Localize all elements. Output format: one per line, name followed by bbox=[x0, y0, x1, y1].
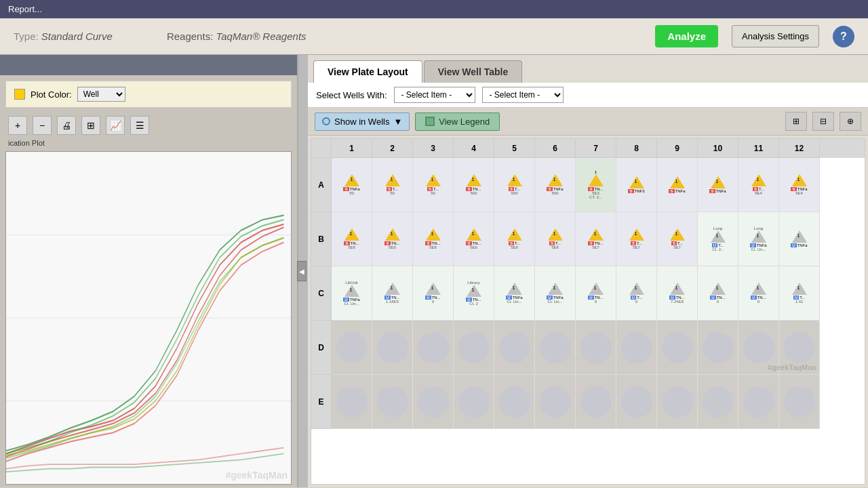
color-toggle[interactable] bbox=[14, 89, 25, 100]
well-c12[interactable]: 1 U T... 1.01 bbox=[779, 266, 820, 321]
grid-deselect-button[interactable]: ⊟ bbox=[812, 112, 834, 131]
analyze-button[interactable]: Analyze bbox=[655, 25, 718, 47]
well-e7[interactable] bbox=[576, 375, 616, 429]
well-d1[interactable] bbox=[332, 321, 372, 375]
well-e6[interactable] bbox=[535, 375, 576, 429]
well-c7[interactable]: 1 U TN... 0 bbox=[576, 266, 616, 321]
well-a1[interactable]: 1 S TNFa 50 bbox=[332, 158, 372, 212]
grid-add-button[interactable]: ⊕ bbox=[840, 112, 861, 131]
well-b10[interactable]: Lung 1 U T... Ct. 2.. bbox=[698, 212, 738, 266]
tab-view-well-table[interactable]: View Well Table bbox=[424, 60, 522, 83]
well-e11[interactable] bbox=[738, 375, 779, 429]
well-d10[interactable] bbox=[698, 321, 738, 375]
well-a4[interactable]: 1 S TN... 500 bbox=[454, 158, 494, 212]
dropdown-arrow: ▼ bbox=[393, 117, 402, 127]
well-d12[interactable]: #geekTaqMan bbox=[779, 321, 820, 375]
well-c1[interactable]: LibUnk 1 U TNFa Ct. Un... bbox=[332, 266, 372, 321]
well-a7[interactable]: 1 S TN... 5E3 CT. 2... bbox=[576, 158, 616, 212]
well-c8[interactable]: 1 U T... 0 bbox=[616, 266, 657, 321]
well-a10[interactable]: 1 S TNFa bbox=[698, 158, 738, 212]
well-b5[interactable]: 1 S T... 5E6 bbox=[494, 212, 535, 266]
well-c9[interactable]: 1 U TN... 7.24E6 bbox=[657, 266, 698, 321]
well-a3[interactable]: 1 S T... 50 bbox=[413, 158, 454, 212]
row-header-b: B bbox=[311, 212, 332, 266]
zoom-out-button[interactable]: − bbox=[33, 116, 52, 135]
well-e2[interactable] bbox=[372, 375, 413, 429]
well-e10[interactable] bbox=[698, 375, 738, 429]
well-d4[interactable] bbox=[454, 321, 494, 375]
show-in-wells-button[interactable]: Show in Wells ▼ bbox=[315, 113, 410, 131]
well-b6[interactable]: 1 S T... 5E6 bbox=[535, 212, 576, 266]
zoom-in-button[interactable]: + bbox=[8, 116, 27, 135]
well-c5[interactable]: 1 U TNFa Ct. Un... bbox=[494, 266, 535, 321]
grid-select-button[interactable]: ⊞ bbox=[785, 112, 807, 131]
well-a5[interactable]: 1 S T... 500 bbox=[494, 158, 535, 212]
chart-toolbar: + − 🖨 ⊞ 📈 ☰ bbox=[0, 113, 297, 138]
list-button[interactable]: ☰ bbox=[130, 116, 149, 135]
tab-view-plate-layout[interactable]: View Plate Layout bbox=[313, 60, 422, 83]
corner-header bbox=[311, 139, 332, 158]
well-e8[interactable] bbox=[616, 375, 657, 429]
well-e3[interactable] bbox=[413, 375, 454, 429]
well-b12[interactable]: 1 U TNFa bbox=[779, 212, 820, 266]
well-c10[interactable]: 1 U TN... 0 bbox=[698, 266, 738, 321]
well-a9[interactable]: 1 S TNFa bbox=[657, 158, 698, 212]
well-c11[interactable]: 1 U TN... 0 bbox=[738, 266, 779, 321]
well-e4[interactable] bbox=[454, 375, 494, 429]
well-a8[interactable]: 1 S TNF3 bbox=[616, 158, 657, 212]
title-bar: Report... bbox=[0, 0, 868, 18]
view-legend-button[interactable]: View Legend bbox=[415, 113, 500, 131]
col-1: 1 bbox=[332, 139, 372, 158]
col-6: 6 bbox=[535, 139, 576, 158]
well-a11[interactable]: 1 S T... 6E4 bbox=[738, 158, 779, 212]
chart-type-button[interactable]: 📈 bbox=[106, 116, 125, 135]
row-header-e: E bbox=[311, 375, 332, 429]
well-e5[interactable] bbox=[494, 375, 535, 429]
type-label: Type: Standard Curve bbox=[14, 30, 113, 42]
select-item-2[interactable]: - Select Item - bbox=[482, 87, 564, 103]
well-d9[interactable] bbox=[657, 321, 698, 375]
well-e9[interactable] bbox=[657, 375, 698, 429]
well-c6[interactable]: 1 U TNFa Ct. Un... bbox=[535, 266, 576, 321]
analysis-settings-button[interactable]: Analysis Settings bbox=[732, 25, 819, 47]
well-d3[interactable] bbox=[413, 321, 454, 375]
well-toolbar: Show in Wells ▼ View Legend ⊞ ⊟ ⊕ bbox=[308, 108, 868, 136]
plot-color-row: Plot Color: Well Sample bbox=[5, 81, 292, 108]
well-d6[interactable] bbox=[535, 321, 576, 375]
well-d5[interactable] bbox=[494, 321, 535, 375]
well-b2[interactable]: 1 S TN... 5E6 bbox=[372, 212, 413, 266]
well-b1[interactable]: 1 S TN... 5E6 bbox=[332, 212, 372, 266]
col-4: 4 bbox=[454, 139, 494, 158]
well-d8[interactable] bbox=[616, 321, 657, 375]
chart-label: ication Plot bbox=[0, 138, 297, 148]
well-b11[interactable]: Lung 1 U TNFa Ct. Un... bbox=[738, 212, 779, 266]
well-e1[interactable] bbox=[332, 375, 372, 429]
collapse-left-panel[interactable]: ◀ bbox=[297, 261, 307, 281]
plot-color-select[interactable]: Well Sample bbox=[77, 87, 125, 102]
right-panel: View Plate Layout View Well Table Select… bbox=[308, 55, 868, 487]
well-b3[interactable]: 1 S TN... 5E6 bbox=[413, 212, 454, 266]
well-e12[interactable] bbox=[779, 375, 820, 429]
copy-button[interactable]: ⊞ bbox=[81, 116, 100, 135]
well-d2[interactable] bbox=[372, 321, 413, 375]
well-b9[interactable]: 1 S T... 5E7 bbox=[657, 212, 698, 266]
well-b8[interactable]: 1 S T... 5E7 bbox=[616, 212, 657, 266]
select-item-1[interactable]: - Select Item - bbox=[394, 87, 475, 103]
plate-row-c: C LibUnk 1 U TNFa Ct. Un... bbox=[311, 266, 865, 321]
well-a2[interactable]: 1 S T... 50 bbox=[372, 158, 413, 212]
plate-area[interactable]: 1 2 3 4 5 6 7 8 9 10 11 12 A bbox=[311, 138, 865, 485]
col-11: 11 bbox=[738, 139, 779, 158]
well-c3[interactable]: 1 U TN... 0 bbox=[413, 266, 454, 321]
row-header-c: C bbox=[311, 266, 332, 321]
left-panel-header bbox=[0, 55, 297, 75]
well-c4[interactable]: Library 1 U TN... Ct. 2 bbox=[454, 266, 494, 321]
well-b4[interactable]: 1 S TN... 5E6 bbox=[454, 212, 494, 266]
print-button[interactable]: 🖨 bbox=[57, 116, 76, 135]
well-d7[interactable] bbox=[576, 321, 616, 375]
col-8: 8 bbox=[616, 139, 657, 158]
well-a12[interactable]: 1 S TNFa 6E4 bbox=[779, 158, 820, 212]
well-b7[interactable]: 1 S TN... 5E7 bbox=[576, 212, 616, 266]
well-c2[interactable]: 1 U TN... 1.18E5 bbox=[372, 266, 413, 321]
help-button[interactable]: ? bbox=[833, 26, 854, 47]
well-a6[interactable]: 1 S TNFa 500 bbox=[535, 158, 576, 212]
